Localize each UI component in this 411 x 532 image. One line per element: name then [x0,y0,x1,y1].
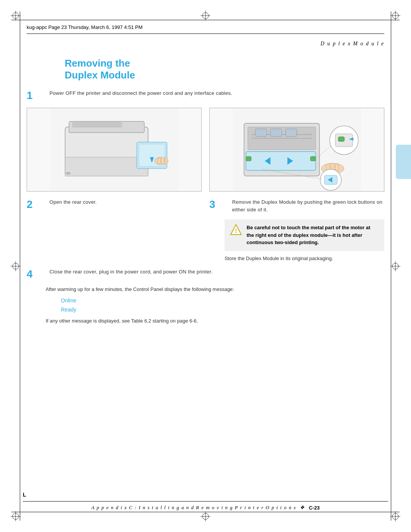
steps-col-left: 2 Open the rear cover. [27,198,202,262]
svg-rect-48 [246,152,315,171]
warning-icon: ! [230,224,242,236]
svg-rect-46 [271,129,282,137]
step-1-number: 1 [27,89,46,101]
step-4-number: 4 [27,268,46,280]
step-2-text: Open the rear cover. [49,198,202,206]
image-left [27,108,202,192]
footer: A p p e n d i x C : I n s t a l l i n g … [23,501,388,511]
reg-mark-bl [11,511,21,521]
svg-rect-34 [161,157,164,164]
store-text: Store the Duplex Module in its original … [225,255,384,262]
step-4-content: Close the rear cover, plug in the power … [49,268,384,276]
l-mark: L [23,492,26,498]
step-1: 1 Power OFF the printer and disconnect t… [27,89,384,101]
svg-rect-35 [165,158,168,164]
step-4: 4 Close the rear cover, plug in the powe… [27,268,384,280]
steps-col-right: 3 Remove the Duplex Module by pushing th… [209,198,384,262]
printer-right-illustration [210,108,384,191]
svg-rect-36 [66,173,70,174]
svg-rect-33 [158,158,161,164]
svg-text:!: ! [235,228,237,234]
step-2-number: 2 [27,198,46,210]
step-4-text: Close the rear cover, plug in the power … [49,268,384,276]
title-line2: Duplex Module [65,69,135,81]
warning-text-bold: Be careful not to touch the metal part o… [247,225,370,245]
page: kug-appc Page 23 Thursday, March 6, 1997… [0,0,411,532]
if-other-message: If any other message is displayed, see T… [46,317,384,325]
images-row [27,108,384,192]
svg-rect-56 [335,164,339,171]
reg-mark-tl [11,11,21,21]
reg-mark-mr [390,261,400,271]
svg-rect-59 [338,137,344,142]
header-text: kug-appc Page 23 Thursday, March 6, 1997… [27,24,142,30]
image-right [209,108,384,192]
printer-left-illustration [27,108,201,191]
reg-mark-br [390,511,400,521]
ready-text: Ready [61,305,384,315]
step-2: 2 Open the rear cover. [27,198,202,210]
blue-tab [396,145,411,179]
footer-left: A p p e n d i x C : I n s t a l l i n g … [91,505,296,511]
svg-rect-51 [246,157,251,161]
reg-mark-tr [390,11,400,21]
section-title: Removing the Duplex Module [27,58,384,81]
svg-rect-47 [285,129,297,137]
after-warmup-text: After warming up for a few minutes, the … [46,286,384,293]
section-header: D u p l e x M o d u l e [27,41,384,47]
svg-rect-52 [311,157,316,161]
step-3-text: Remove the Duplex Module by pushing the … [232,198,384,213]
svg-rect-28 [65,157,148,176]
main-content: Removing the Duplex Module 1 Power OFF t… [27,50,384,325]
reg-mark-ml [11,261,21,271]
online-ready-block: Online Ready [61,296,384,315]
footer-page: C-23 [309,505,320,511]
step-1-text: Power OFF the printer and disconnect the… [49,89,384,97]
footer-diamond: ❖ [300,505,305,511]
after-warmup-block: After warming up for a few minutes, the … [46,286,384,325]
warning-box: ! Be careful not to touch the metal part… [225,219,384,251]
reg-mark-bc [201,511,210,521]
steps-row: 2 Open the rear cover. 3 Remove the Dupl… [27,198,384,262]
title-line1: Removing the [65,58,130,69]
warning-text: Be careful not to touch the metal part o… [247,224,379,246]
step-3-number: 3 [209,198,228,210]
reg-mark-tc [201,11,210,21]
svg-rect-45 [255,129,267,137]
step-3: 3 Remove the Duplex Module by pushing th… [209,198,384,213]
online-text: Online [61,296,384,305]
